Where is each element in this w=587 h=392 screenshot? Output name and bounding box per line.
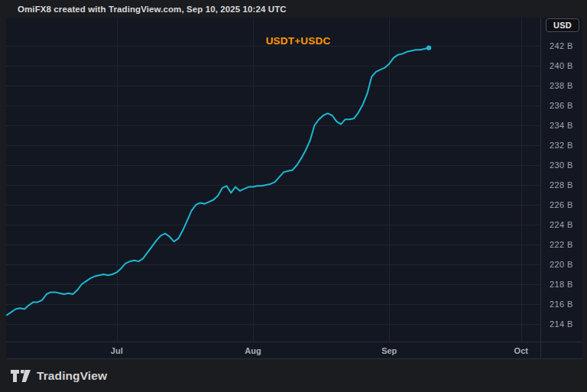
screen: OmiFX8 created with TradingView.com, Sep… — [0, 0, 587, 392]
y-axis-label: 232 B — [550, 140, 573, 151]
price-line-chart[interactable] — [6, 18, 540, 342]
y-axis-label: 240 B — [550, 60, 573, 71]
series-label: USDT+USDC — [266, 35, 331, 47]
price-line — [7, 48, 429, 316]
y-axis-label: 222 B — [550, 239, 573, 250]
x-axis-label: Aug — [245, 346, 261, 355]
tradingview-logo-icon — [11, 370, 31, 382]
x-axis-label: Jul — [111, 346, 123, 355]
y-axis-label: 230 B — [550, 160, 573, 170]
y-axis-label: 236 B — [550, 100, 573, 111]
chart-attribution: OmiFX8 created with TradingView.com, Sep… — [0, 0, 587, 18]
chart-plot-area[interactable]: USDT+USDC — [6, 18, 540, 342]
y-axis-label: 224 B — [550, 219, 573, 230]
footer-bar: TradingView — [0, 359, 587, 392]
currency-button[interactable]: USD — [546, 18, 579, 32]
tradingview-logo-text: TradingView — [37, 369, 107, 383]
y-axis-label: 238 B — [550, 80, 573, 91]
tradingview-logo[interactable]: TradingView — [11, 369, 107, 383]
y-axis-label: 218 B — [550, 279, 573, 290]
y-axis-label: 220 B — [550, 259, 573, 270]
x-axis-label: Oct — [514, 346, 528, 355]
x-axis-label: Sep — [381, 346, 397, 355]
y-axis-label: 228 B — [550, 180, 573, 190]
y-axis-label: 214 B — [550, 319, 573, 329]
y-axis-label: 242 B — [550, 40, 573, 51]
price-axis[interactable]: USD 242 B240 B238 B236 B234 B232 B230 B2… — [540, 18, 582, 359]
y-axis-label: 234 B — [550, 120, 573, 131]
y-axis-label: 226 B — [550, 199, 573, 210]
time-axis[interactable]: JulAugSepOct — [6, 342, 582, 359]
last-value-marker — [426, 45, 431, 50]
y-axis-label: 216 B — [550, 299, 573, 309]
chart-attribution-text: OmiFX8 created with TradingView.com, Sep… — [18, 5, 287, 14]
chart-widget: USDT+USDC JulAugSepOct USD 242 B240 B238… — [6, 18, 582, 359]
